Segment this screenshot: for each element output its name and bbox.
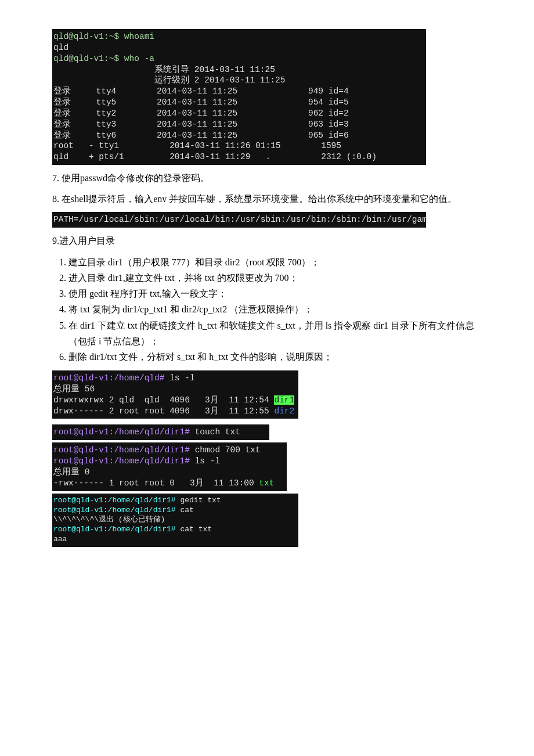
term-prompt: root@qld-v1:/home/qld/dir1# bbox=[53, 445, 190, 455]
step-item: 将 txt 复制为 dir1/cp_txt1 和 dir2/cp_txt2 （注… bbox=[68, 301, 482, 317]
term-line: 登录 tty4 2014-03-11 11:25 949 id=4 bbox=[53, 87, 349, 96]
terminal-who-output: qld@qld-v1:~$ whoamiqldqld@qld-v1:~$ who… bbox=[52, 29, 426, 165]
term-cmd: cat bbox=[176, 506, 194, 514]
term-line: qld + pts/1 2014-03-11 11:29 . 2312 (:0.… bbox=[53, 152, 377, 161]
term-cmd: chmod 700 txt bbox=[190, 445, 261, 455]
term-line: drwxrwxrwx 2 qld qld 4096 3月 11 12:54 bbox=[53, 395, 274, 405]
term-prompt: root@qld-v1:/home/qld/dir1# bbox=[53, 427, 190, 437]
txt-name: txt bbox=[259, 478, 274, 488]
term-line: root - tty1 2014-03-11 11:26 01:15 1595 bbox=[53, 141, 341, 150]
step-item: 使用 gedit 程序打开 txt,输入一段文字； bbox=[68, 286, 482, 301]
term-line: 运行级别 2 2014-03-11 11:25 bbox=[53, 75, 285, 85]
term-line: PATH=/usr/local/sbin:/usr/local/bin:/usr… bbox=[53, 215, 426, 224]
term-prompt: root@qld-v1:/home/qld/dir1# bbox=[53, 496, 176, 505]
dir1-name: dir1 bbox=[274, 395, 294, 405]
term-prompt: root@qld-v1:/home/qld/dir1# bbox=[53, 525, 176, 534]
terminal-ls-home: root@qld-v1:/home/qld# ls -l总用量 56drwxrw… bbox=[52, 370, 298, 419]
dir2-name: dir2 bbox=[274, 406, 294, 416]
step-item: 删除 dir1/txt 文件，分析对 s_txt 和 h_txt 文件的影响，说… bbox=[68, 349, 482, 365]
term-line: qld@qld-v1:~$ whoami bbox=[53, 32, 154, 41]
term-line: drwx------ 2 root root 4096 3月 11 12:55 bbox=[53, 406, 274, 416]
question-8: 8. 在shell提示符后，输入env 并按回车键，系统显示环境变量。给出你系统… bbox=[52, 192, 482, 207]
question-7: 7. 使用passwd命令修改你的登录密码。 bbox=[52, 171, 482, 186]
term-cmd: gedit txt bbox=[176, 496, 221, 505]
term-line: \\^\^\^\^\退出 (核心已转储) bbox=[53, 515, 165, 524]
step-item: 在 dir1 下建立 txt 的硬链接文件 h_txt 和软链接文件 s_txt… bbox=[68, 318, 482, 349]
question-9-heading: 9.进入用户目录 bbox=[52, 233, 482, 249]
term-line: 登录 tty6 2014-03-11 11:25 965 id=6 bbox=[53, 131, 349, 140]
step-item: 进入目录 dir1,建立文件 txt，并将 txt 的权限更改为 700； bbox=[68, 270, 482, 286]
term-prompt: root@qld-v1:/home/qld/dir1# bbox=[53, 506, 176, 514]
term-cmd: ls -l bbox=[164, 373, 194, 383]
term-prompt: root@qld-v1:/home/qld# bbox=[53, 373, 164, 383]
term-line: qld@qld-v1:~$ who -a bbox=[53, 54, 154, 63]
terminal-touch: root@qld-v1:/home/qld/dir1# touch txt bbox=[52, 424, 269, 440]
term-cmd: touch txt bbox=[190, 427, 246, 437]
term-line: qld bbox=[53, 43, 68, 52]
term-line: aaa bbox=[53, 535, 67, 543]
terminal-gedit-cat: root@qld-v1:/home/qld/dir1# gedit txtroo… bbox=[52, 494, 298, 547]
term-line: -rwx------ 1 root root 0 3月 11 13:00 bbox=[53, 478, 259, 488]
term-cmd: cat txt bbox=[176, 525, 212, 534]
term-line: 登录 tty5 2014-03-11 11:25 954 id=5 bbox=[53, 98, 349, 107]
step-item: 建立目录 dir1（用户权限 777）和目录 dir2（root 权限 700）… bbox=[68, 254, 482, 270]
term-line: 系统引导 2014-03-11 11:25 bbox=[53, 65, 275, 74]
term-prompt: root@qld-v1:/home/qld/dir1# bbox=[53, 456, 190, 466]
question-9-steps: 建立目录 dir1（用户权限 777）和目录 dir2（root 权限 700）… bbox=[52, 254, 482, 365]
term-line: 登录 tty2 2014-03-11 11:25 962 id=2 bbox=[53, 109, 349, 118]
term-line: 总用量 56 bbox=[53, 384, 95, 394]
terminal-path-output: PATH=/usr/local/sbin:/usr/local/bin:/usr… bbox=[52, 212, 426, 228]
term-line: 总用量 0 bbox=[53, 467, 89, 477]
term-line: 登录 tty3 2014-03-11 11:25 963 id=3 bbox=[53, 120, 349, 129]
term-cmd: ls -l bbox=[190, 456, 220, 466]
terminal-chmod-ls: root@qld-v1:/home/qld/dir1# chmod 700 tx… bbox=[52, 442, 287, 491]
